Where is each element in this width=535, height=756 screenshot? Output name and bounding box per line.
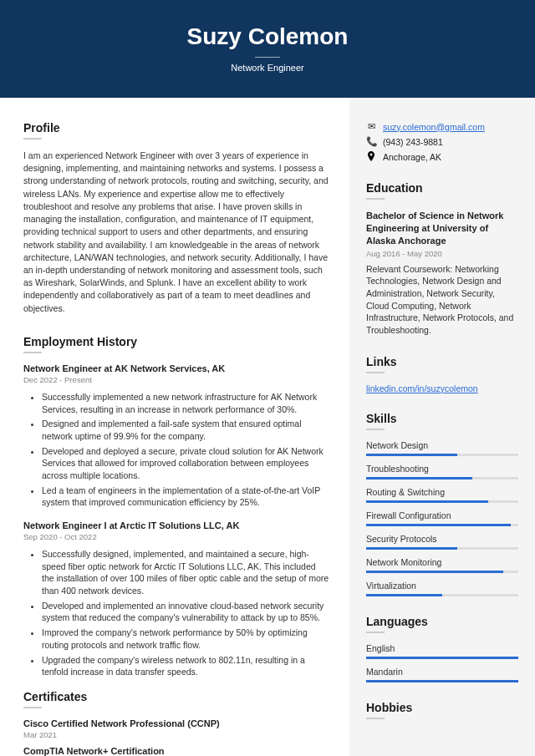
resume-header: Suzy Colemon Network Engineer	[0, 0, 535, 98]
cert-title: CompTIA Network+ Certification	[23, 746, 329, 756]
skill-name: Virtualization	[366, 581, 518, 591]
contact-phone-row: 📞 (943) 243-9881	[366, 136, 518, 147]
education-text: Relevant Coursework: Networking Technolo…	[366, 263, 518, 337]
cert-date: Mar 2021	[23, 730, 329, 739]
layout: Profile I am an experienced Network Engi…	[0, 98, 535, 756]
divider	[255, 57, 280, 58]
languages-heading: Languages	[366, 615, 518, 628]
job-dates: Dec 2022 - Present	[23, 375, 329, 384]
phone-icon: 📞	[366, 136, 376, 147]
linkedin-link[interactable]: linkedin.com/in/suzycolemon	[366, 383, 478, 393]
education-section: Education Bachelor of Science in Network…	[366, 181, 518, 337]
contact-email-row: ✉ suzy.colemon@gmail.com	[366, 121, 518, 132]
job-dates: Sep 2020 - Oct 2022	[23, 532, 329, 541]
skill-bar	[366, 571, 518, 573]
skill-fill	[366, 454, 457, 456]
email-icon: ✉	[366, 121, 376, 132]
employment-heading: Employment History	[23, 335, 329, 348]
skill-bar	[366, 594, 518, 596]
language-item: Mandarin	[366, 667, 518, 682]
bullet: Successfully designed, implemented, and …	[42, 548, 329, 597]
skill-name: Troubleshooting	[366, 464, 518, 474]
skill-bar	[366, 547, 518, 550]
person-name: Suzy Colemon	[0, 23, 535, 50]
bullet: Successfully implemented a new network i…	[42, 391, 329, 415]
skill-item: Troubleshooting	[366, 464, 518, 479]
skill-item: Network Monitoring	[366, 557, 518, 573]
hobbies-heading: Hobbies	[366, 701, 518, 714]
language-bar	[366, 680, 518, 682]
job-bullets: Successfully designed, implemented, and …	[23, 548, 329, 678]
main-column: Profile I am an experienced Network Engi…	[0, 98, 349, 756]
language-item: English	[366, 643, 518, 659]
skill-fill	[366, 571, 503, 573]
skill-item: Routing & Switching	[366, 487, 518, 503]
hobbies-section: Hobbies	[366, 701, 518, 719]
skill-item: Firewall Configuration	[366, 510, 518, 526]
bullet: Designed and implemented a fail-safe sys…	[42, 418, 329, 442]
language-fill	[366, 680, 518, 682]
certificates-heading: Certificates	[23, 690, 329, 703]
links-heading: Links	[366, 355, 518, 368]
skill-bar	[366, 500, 518, 503]
job-block: Network Engineer at AK Network Services,…	[23, 363, 329, 509]
bullet: Developed and deployed a secure, private…	[42, 445, 329, 482]
bullet: Developed and implemented an innovative …	[42, 600, 329, 624]
section-underline	[23, 707, 42, 708]
sidebar: ✉ suzy.colemon@gmail.com 📞 (943) 243-988…	[349, 98, 535, 756]
bullet: Upgraded the company's wireless network …	[42, 654, 329, 678]
skill-bar	[366, 524, 518, 526]
skill-fill	[366, 547, 457, 550]
education-dates: Aug 2016 - May 2020	[366, 249, 518, 258]
skill-fill	[366, 524, 511, 526]
location-text: Anchorage, AK	[383, 152, 441, 162]
skill-fill	[366, 500, 488, 503]
skill-item: Security Protocols	[366, 534, 518, 550]
bullet: Improved the company's network performan…	[42, 627, 329, 651]
job-block: Network Engineer I at Arctic IT Solution…	[23, 520, 329, 678]
skill-fill	[366, 477, 472, 479]
section-underline	[366, 718, 385, 719]
skill-name: Network Monitoring	[366, 557, 518, 567]
skill-name: Firewall Configuration	[366, 510, 518, 520]
section-underline	[366, 632, 385, 633]
language-name: English	[366, 643, 518, 653]
skills-section: Skills Network DesignTroubleshootingRout…	[366, 412, 518, 596]
profile-text: I am an experienced Network Engineer wit…	[23, 150, 329, 315]
education-title: Bachelor of Science in Network Engineeri…	[366, 210, 518, 247]
skill-item: Virtualization	[366, 581, 518, 596]
skill-bar	[366, 477, 518, 479]
links-section: Links linkedin.com/in/suzycolemon	[366, 355, 518, 393]
section-underline	[366, 372, 385, 373]
cert-title: Cisco Certified Network Professional (CC…	[23, 718, 329, 728]
language-fill	[366, 657, 518, 659]
email-link[interactable]: suzy.colemon@gmail.com	[383, 122, 485, 132]
job-bullets: Successfully implemented a new network i…	[23, 391, 329, 509]
section-underline	[366, 198, 385, 200]
profile-heading: Profile	[23, 121, 329, 134]
section-underline	[23, 352, 42, 353]
skills-heading: Skills	[366, 412, 518, 425]
job-title: Network Engineer I at Arctic IT Solution…	[23, 520, 329, 530]
phone-text: (943) 243-9881	[383, 137, 443, 147]
skill-name: Security Protocols	[366, 534, 518, 544]
skill-fill	[366, 594, 442, 596]
skill-name: Network Design	[366, 440, 518, 450]
contact-location-row: Anchorage, AK	[366, 151, 518, 163]
section-underline	[23, 138, 42, 140]
job-title: Network Engineer at AK Network Services,…	[23, 363, 329, 373]
bullet: Led a team of engineers in the implement…	[42, 485, 329, 509]
job-title-header: Network Engineer	[231, 63, 303, 73]
education-heading: Education	[366, 181, 518, 195]
skill-name: Routing & Switching	[366, 487, 518, 497]
title-wrap: Network Engineer	[231, 57, 303, 73]
languages-section: Languages EnglishMandarin	[366, 615, 518, 682]
skill-bar	[366, 454, 518, 456]
language-bar	[366, 657, 518, 659]
section-underline	[366, 429, 385, 430]
skill-item: Network Design	[366, 440, 518, 456]
language-name: Mandarin	[366, 667, 518, 677]
location-icon	[366, 151, 376, 163]
